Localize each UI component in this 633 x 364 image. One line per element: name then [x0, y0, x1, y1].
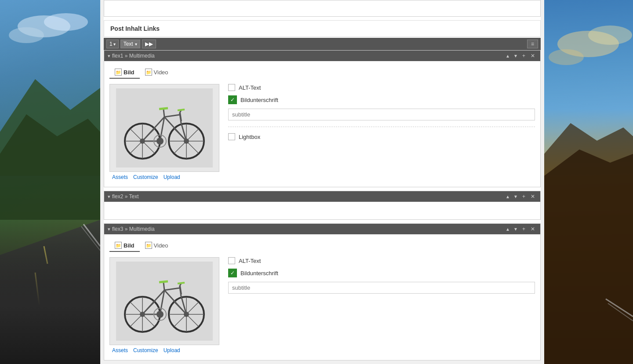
svg-marker-6 — [0, 220, 100, 364]
flex3-tab-row: 📁 Bild 📁 Video — [109, 240, 535, 252]
svg-line-8 — [44, 246, 47, 264]
flex1-header: ▾ flex1 » Multimedia ▴ ▾ + ✕ — [104, 51, 540, 61]
svg-line-10 — [81, 226, 100, 251]
flex1-image-actions: Assets Customize Upload — [109, 173, 219, 182]
toolbar-type-dropdown[interactable]: Text ▾ — [120, 40, 140, 48]
flex3-bildunterschrift-row: ✓ Bildunterschrift — [228, 269, 535, 277]
toolbar-forward-button[interactable]: ▶▶ — [142, 40, 156, 48]
flex2-block: ▾ flex2 » Text ▴ ▾ + ✕ — [104, 191, 541, 220]
flex1-alt-text-label: ALT-Text — [239, 84, 261, 91]
svg-marker-16 — [544, 149, 633, 364]
flex1-image-container: Assets Customize Upload — [109, 84, 219, 182]
flex1-lightbox-checkbox[interactable] — [228, 133, 235, 140]
road-svg — [0, 0, 100, 364]
folder-icon-video-flex3: 📁 — [145, 242, 152, 249]
flex1-media-row: Assets Customize Upload ALT-Text — [109, 84, 535, 182]
flex3-subtitle-input[interactable] — [228, 282, 535, 294]
flex1-lightbox-label: Lightbox — [239, 134, 260, 140]
flex1-separator: » — [125, 53, 129, 59]
flex1-subtitle-input[interactable] — [228, 109, 535, 120]
flex1-body: 📁 Bild 📁 Video — [104, 61, 540, 187]
flex1-upload-button[interactable]: Upload — [161, 173, 183, 182]
flex1-bildunterschrift-label: Bildunterschrift — [240, 97, 278, 103]
svg-line-40 — [178, 109, 185, 110]
flex1-tab-row: 📁 Bild 📁 Video — [109, 66, 535, 79]
flex1-separator — [228, 127, 535, 127]
svg-point-14 — [549, 49, 584, 65]
right-bg-svg — [544, 0, 633, 364]
toolbar-sort-button[interactable]: ≡ — [527, 40, 538, 48]
flex1-close-button[interactable]: ✕ — [529, 52, 537, 59]
flex1-bildunterschrift-row: ✓ Bildunterschrift — [228, 95, 535, 104]
flex1-assets-button[interactable]: Assets — [109, 173, 131, 182]
flex2-add-button[interactable]: + — [520, 193, 527, 200]
svg-line-66 — [178, 283, 185, 284]
flex2-down-button[interactable]: ▾ — [513, 193, 519, 200]
flex1-image-box — [109, 84, 219, 172]
flex1-up-button[interactable]: ▴ — [505, 52, 511, 59]
flex3-title: flex3 » Multimedia — [112, 226, 503, 232]
flex2-body — [104, 202, 540, 219]
folder-icon-video-flex1: 📁 — [145, 69, 152, 76]
flex1-bildunterschrift-checkbox[interactable]: ✓ — [228, 95, 237, 104]
flex3-alt-text-label: ALT-Text — [239, 258, 261, 264]
flex3-bildunterschrift-checkbox[interactable]: ✓ — [228, 269, 237, 277]
flex3-block: ▾ flex3 » Multimedia ▴ ▾ + ✕ 📁 Bild — [104, 223, 541, 360]
flex1-add-button[interactable]: + — [520, 52, 527, 59]
toolbar-right: ≡ — [527, 40, 538, 48]
flex3-image-container: Assets Customize Upload — [109, 257, 219, 355]
flex3-upload-button[interactable]: Upload — [161, 346, 183, 355]
flex3-customize-button[interactable]: Customize — [131, 346, 161, 355]
flex3-up-button[interactable]: ▴ — [505, 226, 511, 233]
svg-point-69 — [156, 311, 164, 318]
flex1-alt-text-checkbox[interactable] — [228, 84, 235, 91]
flex3-image-actions: Assets Customize Upload — [109, 346, 219, 355]
flex1-down-button[interactable]: ▾ — [513, 52, 519, 59]
folder-icon-bild-flex1: 📁 — [115, 69, 122, 76]
flex3-header: ▾ flex3 » Multimedia ▴ ▾ + ✕ — [104, 224, 540, 234]
svg-point-2 — [44, 13, 88, 31]
flex3-alt-text-row: ALT-Text — [228, 257, 535, 264]
toolbar-number-button[interactable]: 1 ▾ — [106, 40, 119, 48]
tab-bild-flex3[interactable]: 📁 Bild — [109, 240, 140, 252]
flex2-separator: » — [125, 193, 129, 200]
flex3-assets-button[interactable]: Assets — [109, 346, 131, 355]
svg-line-9 — [84, 224, 100, 246]
flex3-indicator: ▾ — [108, 226, 110, 232]
svg-line-41 — [164, 109, 164, 117]
bike-image-flex1 — [116, 88, 213, 167]
flex3-separator: » — [125, 226, 129, 232]
top-box — [104, 0, 541, 17]
bike-image-flex3 — [116, 262, 213, 341]
flex1-options-panel: ALT-Text ✓ Bildunterschrift — [228, 84, 535, 182]
tab-bild-flex1[interactable]: 📁 Bild — [109, 66, 140, 79]
flex3-bildunterschrift-label: Bildunterschrift — [240, 270, 278, 277]
svg-point-3 — [9, 27, 44, 43]
flex1-indicator: ▾ — [108, 53, 110, 59]
tab-video-flex3[interactable]: 📁 Video — [140, 240, 174, 252]
flex2-header: ▾ flex2 » Text ▴ ▾ + ✕ — [104, 191, 540, 202]
chevron-down-icon: ▾ — [135, 42, 137, 47]
section-header: Post Inhalt Links — [104, 20, 541, 37]
flex3-close-button[interactable]: ✕ — [529, 226, 537, 233]
flex2-up-button[interactable]: ▴ — [505, 193, 511, 200]
tab-video-flex1[interactable]: 📁 Video — [140, 66, 174, 79]
flex3-add-button[interactable]: + — [520, 226, 527, 233]
flex3-alt-text-checkbox[interactable] — [228, 257, 235, 264]
svg-line-7 — [35, 273, 40, 308]
flex2-close-button[interactable]: ✕ — [529, 193, 537, 200]
svg-point-43 — [156, 138, 164, 145]
svg-line-68 — [159, 281, 168, 282]
background-right — [544, 0, 633, 364]
section-title: Post Inhalt Links — [110, 25, 160, 32]
flex1-alt-text-row: ALT-Text — [228, 84, 535, 91]
flex3-body: 📁 Bild 📁 Video — [104, 234, 540, 360]
flex3-media-row: Assets Customize Upload ALT-Text — [109, 257, 535, 355]
svg-line-67 — [164, 283, 164, 290]
flex1-customize-button[interactable]: Customize — [131, 173, 161, 182]
flex3-down-button[interactable]: ▾ — [513, 226, 519, 233]
chevron-down-icon: ▾ — [113, 42, 116, 47]
background-left — [0, 0, 100, 364]
flex3-options-panel: ALT-Text ✓ Bildunterschrift — [228, 257, 535, 355]
toolbar-row: 1 ▾ Text ▾ ▶▶ ≡ — [104, 38, 541, 50]
